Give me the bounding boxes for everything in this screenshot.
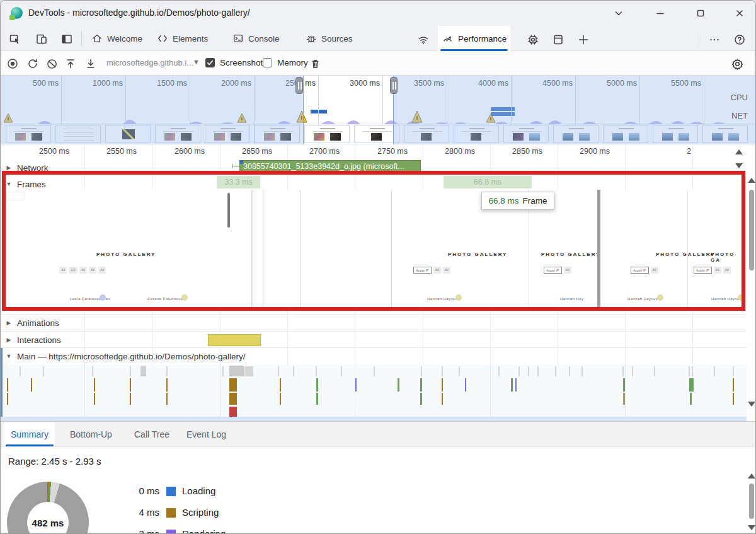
interaction-bar[interactable] — [208, 334, 261, 346]
save-profile-icon[interactable] — [84, 57, 98, 71]
scrollbar-up-arrow[interactable] — [748, 178, 755, 183]
scrollbar-down-arrow[interactable] — [748, 402, 755, 407]
summary-scroll-up[interactable] — [748, 473, 755, 479]
performance-toolbar: microsoftedge.github.i... ▼ Screenshots … — [1, 51, 756, 76]
legend-value: 0 ms — [120, 485, 159, 496]
performance-gauge-icon — [442, 33, 454, 45]
chevron-down-icon[interactable] — [609, 4, 628, 22]
overview-dimmed-right — [394, 76, 756, 144]
load-profile-icon[interactable] — [64, 57, 77, 71]
tab-elements[interactable]: Elements — [153, 26, 212, 51]
main-thread-flame-chart[interactable] — [1, 365, 742, 418]
more-tabs-icon[interactable] — [575, 32, 592, 47]
timeline-details-pane: 2500 ms 2550 ms 2600 ms 2650 ms 2700 ms … — [1, 144, 756, 421]
filmstrip-thumbnail[interactable] — [304, 125, 350, 143]
summary-total: 482 ms — [20, 518, 76, 528]
legend-value: 2 ms — [120, 528, 159, 534]
memory-label: Memory — [277, 58, 308, 67]
edge-devtools-icon — [11, 7, 23, 19]
track-interactions[interactable]: ▶ Interactions — [1, 332, 742, 348]
help-icon[interactable] — [731, 32, 748, 47]
ruler-tick: 2600 ms — [157, 147, 205, 156]
net-row-label: NET — [731, 111, 748, 120]
tabbar-separator — [81, 31, 82, 46]
timeline-overview[interactable]: 500 ms 1000 ms 1500 ms 2000 ms 2500 ms 3… — [1, 76, 756, 144]
legend-swatch-scripting — [166, 508, 176, 518]
minimize-button[interactable] — [651, 4, 670, 22]
legend-label: Rendering — [182, 528, 226, 534]
ruler-tick: 2 — [643, 147, 691, 156]
selection-handle-right[interactable] — [390, 77, 398, 94]
analysis-tab-bar: Summary Bottom-Up Call Tree Event Log — [1, 421, 756, 446]
clear-button[interactable] — [45, 57, 59, 71]
scroll-up-button[interactable] — [735, 149, 743, 154]
session-dropdown-caret[interactable]: ▼ — [193, 58, 200, 66]
net-activity-bar — [311, 110, 327, 113]
inspect-icon[interactable] — [7, 32, 23, 47]
console-icon — [232, 33, 244, 44]
tab-sources[interactable]: Sources — [302, 26, 357, 51]
tab-summary[interactable]: Summary — [4, 422, 55, 447]
track-main-thread[interactable]: ▼ Main — https://microsoftedge.github.io… — [1, 348, 742, 364]
ruler-tick: 2800 ms — [427, 147, 475, 156]
track-animations[interactable]: ▶ Animations — [1, 315, 742, 331]
ruler-tick: 2500 ms — [21, 147, 69, 156]
legend-swatch-loading — [166, 487, 176, 496]
network-request-marker — [239, 160, 243, 164]
disclosure-collapsed-icon[interactable]: ▶ — [1, 337, 17, 343]
summary-scroll-down[interactable] — [748, 525, 755, 530]
bug-icon — [306, 33, 317, 44]
devtools-window: DevTools - microsoftedge.github.io/Demos… — [0, 0, 756, 534]
highlight-box — [2, 171, 745, 311]
network-conditions-icon[interactable] — [415, 32, 432, 47]
trash-icon[interactable] — [308, 57, 322, 71]
ruler-tick: 2550 ms — [89, 147, 137, 156]
session-selector[interactable]: microsoftedge.github.i... — [106, 58, 193, 67]
legend-swatch-rendering — [166, 530, 176, 534]
tab-bottom-up[interactable]: Bottom-Up — [64, 422, 118, 447]
tab-console[interactable]: Console — [229, 26, 284, 51]
ruler-tick: 2750 ms — [360, 147, 408, 156]
dock-side-icon[interactable] — [59, 32, 75, 47]
tab-event-log[interactable]: Event Log — [180, 422, 232, 447]
disclosure-collapsed-icon[interactable]: ▶ — [1, 320, 17, 326]
code-icon — [157, 33, 168, 44]
maximize-button[interactable] — [691, 4, 710, 22]
legend-label: Scripting — [182, 507, 219, 518]
legend-label: Loading — [182, 485, 215, 496]
selection-handle-left[interactable] — [295, 77, 303, 94]
memory-chip-icon[interactable] — [525, 32, 541, 47]
tab-welcome[interactable]: Welcome — [88, 26, 146, 51]
more-options-icon[interactable] — [706, 32, 723, 47]
record-button[interactable] — [6, 57, 20, 71]
devtools-tab-bar: Welcome Elements Console Sources Perform… — [1, 26, 756, 51]
vertical-scrollbar-thumb[interactable] — [749, 190, 754, 270]
tab-performance[interactable]: Performance — [438, 26, 510, 51]
ruler-tick: 2650 ms — [224, 147, 272, 156]
disclosure-collapsed-icon[interactable]: ▶ — [1, 165, 17, 171]
scroll-down-button[interactable] — [735, 163, 743, 168]
overview-tick: 3000 ms — [338, 79, 380, 88]
window-title: DevTools - microsoftedge.github.io/Demos… — [28, 8, 250, 18]
screenshots-checkbox[interactable] — [205, 58, 215, 67]
overview-dimmed-left — [1, 76, 303, 144]
ruler-tick: 2700 ms — [292, 147, 340, 156]
settings-gear-icon[interactable] — [730, 57, 744, 71]
frame-tooltip: 66.8 ms Frame — [481, 192, 554, 210]
application-icon[interactable] — [550, 32, 566, 47]
disclosure-expanded-icon[interactable]: ▼ — [1, 353, 17, 359]
title-bar: DevTools - microsoftedge.github.io/Demos… — [1, 1, 756, 26]
ruler-tick: 2900 ms — [562, 147, 610, 156]
legend-value: 4 ms — [120, 507, 159, 518]
close-button[interactable] — [730, 4, 749, 22]
summary-scrollbar-thumb[interactable] — [749, 484, 754, 519]
device-emulation-icon[interactable] — [33, 32, 50, 47]
tabbar-separator — [699, 31, 699, 46]
memory-checkbox[interactable] — [263, 58, 272, 67]
screenshots-label: Screenshots — [220, 58, 267, 67]
home-icon — [91, 33, 103, 44]
reload-record-button[interactable] — [26, 57, 40, 71]
ruler-tick: 2850 ms — [495, 147, 542, 156]
tab-call-tree[interactable]: Call Tree — [128, 422, 176, 447]
summary-pane: Range: 2.45 s - 2.93 s 482 ms 0 ms Loadi… — [1, 446, 756, 534]
